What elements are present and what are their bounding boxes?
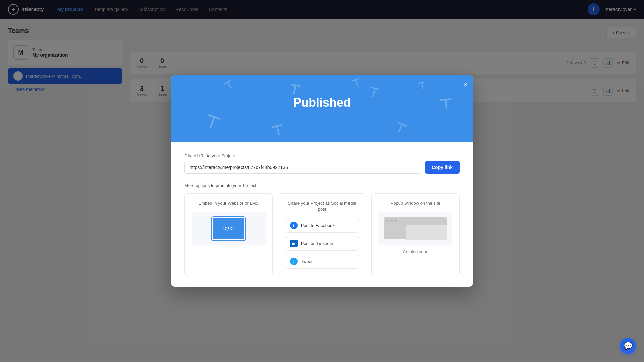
copy-link-button[interactable]: Copy link bbox=[425, 161, 460, 174]
chat-icon: 💬 bbox=[624, 342, 633, 350]
url-row: Copy link bbox=[184, 161, 460, 174]
popup-card-title: Popup window on the site bbox=[378, 200, 452, 206]
deco-t-8: ⊤ bbox=[392, 119, 409, 137]
twitter-icon: 𝕋 bbox=[290, 258, 298, 265]
modal-title: Published bbox=[184, 89, 460, 110]
social-card: Share your Project as Social media post … bbox=[278, 193, 366, 276]
embed-card-title: Embed in your Website or LMS bbox=[192, 200, 266, 206]
deco-t-6: ⊤ bbox=[202, 111, 222, 134]
coming-soon-label: Coming soon bbox=[378, 249, 452, 254]
popup-card: Popup window on the site bbox=[371, 193, 460, 276]
popup-preview bbox=[378, 212, 452, 245]
social-card-title: Share your Project as Social media post bbox=[285, 200, 359, 213]
post-on-linkedin-button[interactable]: in Post on LinkedIn bbox=[285, 236, 359, 251]
url-label: Direct URL to your Project bbox=[184, 153, 460, 158]
chat-widget[interactable]: 💬 bbox=[620, 338, 636, 354]
post-to-facebook-button[interactable]: f Post to Facebook bbox=[285, 218, 359, 233]
modal-body: Direct URL to your Project Copy link Mor… bbox=[171, 142, 473, 287]
close-button[interactable]: × bbox=[463, 81, 468, 88]
promote-cards: Embed in your Website or LMS </> Share y… bbox=[184, 193, 460, 276]
tweet-button[interactable]: 𝕋 Tweet bbox=[285, 254, 359, 269]
social-buttons: f Post to Facebook in Post on LinkedIn 𝕋… bbox=[285, 218, 359, 269]
url-input[interactable] bbox=[184, 161, 421, 174]
modal-header: ⊤ ⊤ ⊤ ⊤ ⊤ ⊤ ⊤ ⊤ ⊤ × Published bbox=[171, 75, 473, 142]
published-modal: ⊤ ⊤ ⊤ ⊤ ⊤ ⊤ ⊤ ⊤ ⊤ × Published Direct URL… bbox=[171, 75, 473, 287]
promote-label: More options to promote your Project bbox=[184, 183, 460, 188]
deco-t-7: ⊤ bbox=[270, 121, 286, 140]
facebook-icon: f bbox=[290, 222, 298, 229]
embed-preview: </> bbox=[192, 212, 266, 245]
modal-overlay: ⊤ ⊤ ⊤ ⊤ ⊤ ⊤ ⊤ ⊤ ⊤ × Published Direct URL… bbox=[0, 0, 644, 362]
embed-box-icon: </> bbox=[212, 217, 245, 240]
deco-t-3: ⊤ bbox=[351, 76, 363, 90]
linkedin-icon: in bbox=[290, 240, 298, 247]
embed-card: Embed in your Website or LMS </> bbox=[184, 193, 273, 276]
